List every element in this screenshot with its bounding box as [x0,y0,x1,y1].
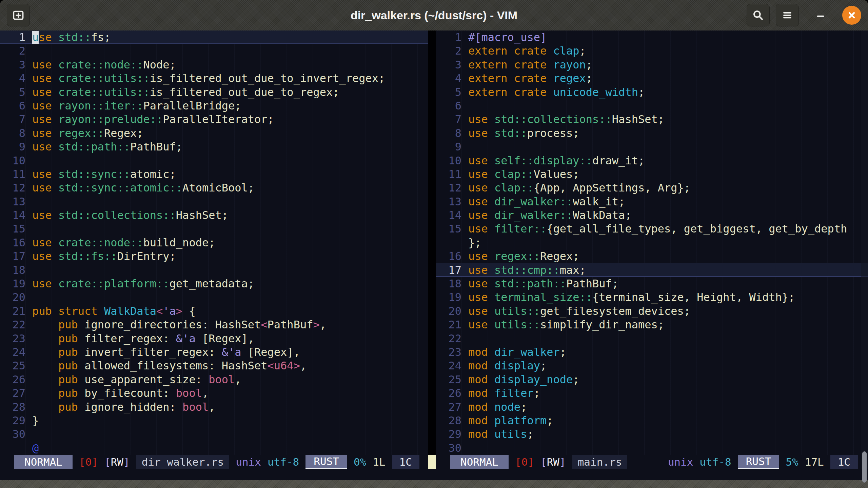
code-line[interactable]: 10 [0,154,428,167]
code-line[interactable]: 16use crate::node::build_node; [0,236,428,249]
code-text: use rayon::iter::ParallelBridge; [32,99,241,113]
code-line[interactable]: 18 [0,263,428,277]
code-text: use regex::Regex; [468,249,579,263]
code-line[interactable]: 11use clap::Values; [436,167,868,181]
code-line[interactable]: 15use filter::{get_all_file_types, get_b… [436,222,868,236]
code-line[interactable]: 9use std::path::PathBuf; [0,140,428,154]
code-text: use std::sync::atomic::AtomicBool; [32,181,254,195]
code-line[interactable]: 11use std::sync::atomic; [0,167,428,181]
code-line[interactable]: 3extern crate rayon; [436,58,868,72]
code-line[interactable]: 10use self::display::draw_it; [436,154,868,167]
code-line[interactable]: 24mod display; [436,359,868,372]
line-number [436,236,468,249]
code-text: pub filter_regex: &'a [Regex], [32,332,254,345]
code-line[interactable]: 30 [436,441,868,455]
code-line[interactable]: 5use crate::utils::is_filtered_out_due_t… [0,85,428,99]
code-line[interactable]: 12use clap::{App, AppSettings, Arg}; [436,181,868,195]
code-line[interactable]: 2 [0,44,428,58]
line-number [0,441,32,455]
code-line[interactable]: @ [0,441,428,455]
code-line[interactable]: 28mod platform; [436,414,868,427]
code-line[interactable]: 20use utils::get_filesystem_devices; [436,304,868,318]
code-line[interactable]: 1use std::fs; [0,30,428,44]
line-number: 20 [0,290,32,304]
code-line[interactable]: 23mod dir_walker; [436,345,868,359]
code-line[interactable]: 29mod utils; [436,427,868,441]
code-line[interactable]: 21use utils::simplify_dir_names; [436,318,868,331]
line-number: 11 [0,167,32,181]
code-line[interactable]: 14use dir_walker::WalkData; [436,208,868,222]
code-area-left[interactable]: 1use std::fs;23use crate::node::Node;4us… [0,30,428,455]
line-number: 9 [0,140,32,154]
code-line[interactable]: 30 [0,427,428,441]
code-line[interactable]: 25mod display_node; [436,373,868,386]
code-line[interactable]: 25 pub allowed_filesystems: HashSet<u64>… [0,359,428,372]
code-line[interactable]: 1#[macro_use] [436,30,868,44]
line-number: 16 [436,249,468,263]
code-line[interactable]: 27mod node; [436,400,868,414]
code-line[interactable]: 26mod filter; [436,386,868,400]
new-tab-button[interactable] [7,4,30,26]
code-text: use std::cmp::max; [468,263,586,277]
code-text: use crate::node::Node; [32,58,176,72]
command-line[interactable] [0,469,868,480]
code-line[interactable]: 27 pub by_filecount: bool, [0,386,428,400]
code-line[interactable]: 21pub struct WalkData<'a> { [0,304,428,318]
code-line[interactable]: 5extern crate unicode_width; [436,85,868,99]
code-line[interactable]: }; [436,236,868,249]
code-line[interactable]: 3use crate::node::Node; [0,58,428,72]
tab-new-icon [13,9,24,21]
filename: dir_walker.rs [136,455,230,469]
code-line[interactable]: 19use crate::platform::get_metadata; [0,277,428,290]
line-number: 22 [0,318,32,331]
line-number: 12 [0,181,32,195]
editor-pane-right[interactable]: 1#[macro_use]2extern crate clap;3extern … [436,30,868,469]
titlebar: dir_walker.rs (~/dust/src) - VIM [0,0,868,30]
close-button[interactable] [842,6,861,25]
code-text: use clap::Values; [468,167,579,181]
register-indicator: [0] [79,456,98,468]
code-line[interactable]: 7use rayon::prelude::ParallelIterator; [0,113,428,126]
code-line[interactable]: 4use crate::utils::is_filtered_out_due_t… [0,72,428,85]
code-line[interactable]: 4extern crate regex; [436,72,868,85]
menu-button[interactable] [776,4,799,26]
code-line[interactable]: 22 pub ignore_directories: HashSet<PathB… [0,318,428,331]
scrollbar-thumb[interactable] [862,451,867,483]
code-line[interactable]: 16use regex::Regex; [436,249,868,263]
line-number: 13 [0,195,32,208]
code-line[interactable]: 15 [0,222,428,236]
search-button[interactable] [747,4,770,26]
code-line[interactable]: 13use dir_walker::walk_it; [436,195,868,208]
code-line[interactable]: 6use rayon::iter::ParallelBridge; [0,99,428,113]
scrollbar-track[interactable] [861,30,868,469]
code-line[interactable]: 9 [436,140,868,154]
code-line[interactable]: 7use std::collections::HashSet; [436,113,868,126]
code-line[interactable]: 14use std::collections::HashSet; [0,208,428,222]
code-line[interactable]: 22 [436,332,868,345]
code-line[interactable]: 26 pub use_apparent_size: bool, [0,373,428,386]
code-line[interactable]: 20 [0,290,428,304]
code-line[interactable]: 17use std::fs::DirEntry; [0,249,428,263]
code-line[interactable]: 2extern crate clap; [436,44,868,58]
line-number: 3 [436,58,468,72]
code-line[interactable]: 18use std::path::PathBuf; [436,277,868,290]
pane-divider[interactable] [428,30,436,469]
code-line[interactable]: 8use std::process; [436,126,868,140]
line-number: 29 [0,414,32,427]
code-line[interactable]: 6 [436,99,868,113]
code-line[interactable]: 28 pub ignore_hidden: bool, [0,400,428,414]
line-number: 4 [436,72,468,85]
code-line[interactable]: 13 [0,195,428,208]
code-line[interactable]: 8use regex::Regex; [0,126,428,140]
code-line[interactable]: 23 pub filter_regex: &'a [Regex], [0,332,428,345]
encoding-indicator: utf-8 [268,456,299,468]
code-line[interactable]: 19use terminal_size::{terminal_size, Hei… [436,290,868,304]
editor-pane-left[interactable]: 1use std::fs;23use crate::node::Node;4us… [0,30,428,469]
code-line[interactable]: 17use std::cmp::max; [436,263,868,277]
code-line[interactable]: 12use std::sync::atomic::AtomicBool; [0,181,428,195]
minimize-button[interactable] [813,4,828,26]
code-area-right[interactable]: 1#[macro_use]2extern crate clap;3extern … [436,30,868,455]
code-line[interactable]: 29} [0,414,428,427]
code-line[interactable]: 24 pub invert_filter_regex: &'a [Regex], [0,345,428,359]
code-text: pub allowed_filesystems: HashSet<u64>, [32,359,307,372]
